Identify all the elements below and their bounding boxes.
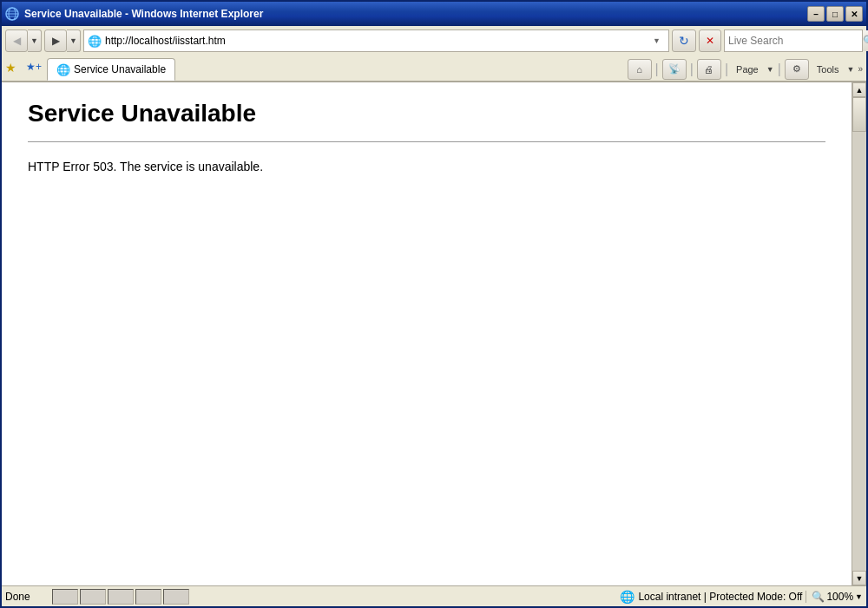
page-dropdown-icon[interactable]: ▼	[766, 65, 774, 74]
zoom-text: 100%	[826, 591, 853, 603]
address-bar[interactable]: 🌐 ▼	[83, 29, 669, 52]
tools-icon[interactable]: ⚙	[785, 59, 809, 80]
nav-bar: ◀ ▼ ▶ ▼ 🌐 ▼ ↻ ✕ 🔍 ▼	[2, 26, 866, 56]
toolbar-separator: |	[655, 62, 659, 77]
status-panel-3	[108, 589, 134, 605]
tools-menu-button[interactable]: Tools	[812, 62, 844, 77]
address-icon: 🌐	[88, 35, 102, 48]
print-button[interactable]: 🖨	[697, 59, 721, 80]
page-content: Service Unavailable HTTP Error 503. The …	[2, 82, 852, 585]
tab-right-tools: ⌂ | 📡 | 🖨 | Page ▼ | ⚙ Tools ▼ »	[628, 59, 863, 80]
status-panel-5	[163, 589, 189, 605]
main-content: Service Unavailable HTTP Error 503. The …	[2, 82, 866, 585]
zone-text: Local intranet | Protected Mode: Off	[638, 591, 802, 603]
search-button[interactable]: 🔍	[862, 30, 868, 51]
title-bar: Service Unavailable - Windows Internet E…	[2, 2, 866, 26]
search-bar: 🔍 ▼	[724, 29, 863, 52]
toolbar-separator-4: |	[778, 62, 781, 77]
error-message: HTTP Error 503. The service is unavailab…	[28, 160, 825, 173]
stop-button[interactable]: ✕	[699, 29, 721, 52]
toolbar-separator-2: |	[690, 62, 694, 77]
page-heading: Service Unavailable	[28, 100, 825, 127]
forward-button[interactable]: ▶	[44, 29, 67, 52]
scrollbar: ▲ ▼	[852, 82, 866, 585]
back-button[interactable]: ◀	[5, 29, 28, 52]
page-divider	[28, 141, 825, 142]
close-button[interactable]: ✕	[845, 6, 863, 22]
tab-label: Service Unavailable	[74, 63, 166, 75]
zone-icon: 🌐	[620, 590, 635, 604]
expand-button[interactable]: »	[858, 64, 863, 74]
forward-dropdown[interactable]: ▼	[67, 29, 81, 52]
toolbar-area: ◀ ▼ ▶ ▼ 🌐 ▼ ↻ ✕ 🔍 ▼ ★	[2, 26, 866, 82]
status-bar: Done 🌐 Local intranet | Protected Mode: …	[2, 585, 866, 606]
feeds-button[interactable]: 📡	[662, 59, 687, 80]
refresh-button[interactable]: ↻	[672, 29, 696, 52]
tools-dropdown-icon[interactable]: ▼	[847, 65, 855, 74]
status-panel-2	[80, 589, 106, 605]
status-panel-1	[52, 589, 78, 605]
browser-window: Service Unavailable - Windows Internet E…	[0, 0, 868, 608]
restore-button[interactable]: □	[826, 6, 844, 22]
title-bar-buttons: – □ ✕	[807, 6, 863, 22]
tab-bar: ★ ★+ 🌐 Service Unavailable ⌂ | 📡 | 🖨 | P…	[2, 56, 866, 82]
favorites-star-icon[interactable]: ★	[5, 61, 23, 78]
scroll-thumb[interactable]	[852, 97, 866, 132]
toolbar-separator-3: |	[725, 62, 728, 77]
zoom-dropdown-icon[interactable]: ▼	[855, 592, 863, 601]
active-tab[interactable]: 🌐 Service Unavailable	[47, 58, 175, 81]
home-button[interactable]: ⌂	[628, 59, 652, 80]
back-dropdown[interactable]: ▼	[28, 29, 42, 52]
title-bar-text: Service Unavailable - Windows Internet E…	[24, 8, 807, 20]
minimize-button[interactable]: –	[807, 6, 825, 22]
zoom-icon: 🔍	[812, 591, 825, 603]
status-zone: 🌐 Local intranet | Protected Mode: Off	[620, 590, 802, 604]
browser-icon	[5, 7, 19, 21]
status-text: Done	[5, 591, 49, 603]
status-zoom: 🔍 100% ▼	[806, 591, 863, 603]
address-input[interactable]	[105, 35, 649, 47]
scroll-down-button[interactable]: ▼	[852, 571, 866, 585]
scroll-up-button[interactable]: ▲	[852, 82, 866, 97]
address-dropdown-icon[interactable]: ▼	[653, 36, 665, 45]
status-panel-4	[135, 589, 161, 605]
tab-icon: 🌐	[56, 63, 70, 76]
page-menu-button[interactable]: Page	[732, 62, 763, 77]
scroll-track[interactable]	[852, 97, 866, 571]
search-input[interactable]	[725, 35, 862, 47]
status-panels	[52, 589, 616, 605]
add-favorites-icon[interactable]: ★+	[26, 61, 43, 78]
